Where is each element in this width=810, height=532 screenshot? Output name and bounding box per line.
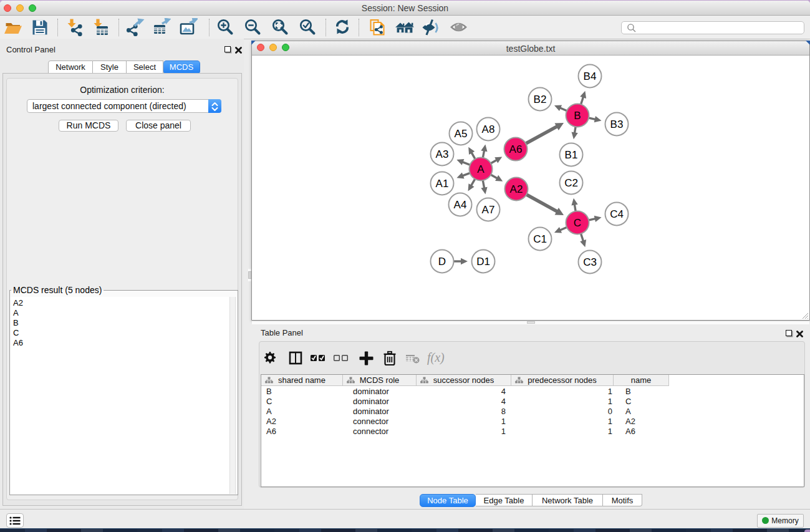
svg-text:A3: A3 <box>436 148 449 160</box>
svg-text:C2: C2 <box>564 177 578 189</box>
svg-text:A7: A7 <box>482 204 495 216</box>
svg-text:A2: A2 <box>510 183 523 195</box>
svg-text:C: C <box>574 217 581 229</box>
svg-text:B: B <box>574 110 581 122</box>
svg-text:D1: D1 <box>476 256 490 268</box>
svg-text:C1: C1 <box>533 233 547 245</box>
svg-text:A4: A4 <box>454 199 467 211</box>
svg-text:A1: A1 <box>436 178 449 190</box>
svg-text:A5: A5 <box>455 128 468 140</box>
svg-text:A: A <box>477 163 485 175</box>
svg-text:B1: B1 <box>565 149 578 161</box>
svg-text:B4: B4 <box>584 70 597 82</box>
svg-text:A6: A6 <box>509 143 523 155</box>
svg-text:C4: C4 <box>610 208 624 220</box>
svg-text:B2: B2 <box>534 94 547 105</box>
svg-text:C3: C3 <box>583 256 597 268</box>
svg-text:B3: B3 <box>610 118 624 130</box>
svg-text:A8: A8 <box>482 123 495 135</box>
svg-text:D: D <box>438 256 446 268</box>
